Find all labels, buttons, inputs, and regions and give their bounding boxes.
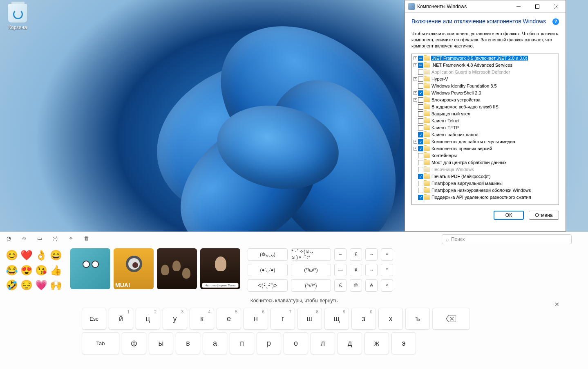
key[interactable]: ш8 [297, 308, 322, 330]
symbol-button[interactable]: – [334, 248, 347, 261]
feature-checkbox[interactable] [418, 70, 423, 75]
feature-checkbox[interactable] [418, 132, 423, 137]
kaomoji-button[interactable]: ᕙ(•̀‸•́‶)ᕗ [248, 279, 288, 292]
gif-minion[interactable]: MUA! [114, 248, 154, 289]
tree-row[interactable]: Платформа низкоуровневой оболочки Window… [413, 187, 558, 194]
symbol-button[interactable]: ² [381, 279, 393, 292]
cancel-button[interactable]: Отмена [529, 211, 559, 220]
tree-row[interactable]: +Компоненты прежних версий [413, 145, 558, 152]
features-tree[interactable]: +.NET Framework 3.5 (включает .NET 2.0 и… [411, 54, 559, 205]
tree-row[interactable]: +Блокировка устройства [413, 97, 558, 104]
key-esc[interactable]: Esc [82, 308, 106, 330]
feature-checkbox[interactable] [418, 56, 423, 61]
kaomoji-tab-icon[interactable]: ;-) [51, 235, 59, 241]
emoji-cell[interactable]: 👌 [34, 248, 48, 262]
feature-checkbox[interactable] [418, 104, 423, 110]
expand-toggle[interactable]: + [414, 63, 417, 67]
key[interactable]: щ9 [324, 308, 349, 330]
emoji-cell[interactable]: ❤️ [20, 248, 34, 262]
expand-toggle[interactable]: + [414, 140, 417, 144]
key[interactable]: ж [364, 332, 389, 354]
key[interactable]: з0 [351, 308, 376, 330]
keyboard-close-button[interactable]: ✕ [554, 301, 559, 308]
tree-row[interactable]: Клиент рабочих папок [413, 131, 558, 138]
feature-checkbox[interactable] [418, 90, 423, 96]
tree-row[interactable]: Защищенный узел [413, 110, 558, 117]
tree-row[interactable]: Windows Identity Foundation 3.5 [413, 83, 558, 90]
key[interactable]: ы [149, 332, 173, 354]
feature-checkbox[interactable] [418, 174, 423, 179]
emoji-cell[interactable]: 😍 [20, 263, 34, 277]
key-tab[interactable]: Tab [82, 332, 119, 354]
symbol-button[interactable]: ¥ [350, 264, 362, 276]
gif-excited[interactable]: На платформе Tenor [200, 248, 240, 289]
expand-toggle[interactable]: + [414, 147, 417, 151]
symbol-button[interactable]: • [381, 248, 393, 261]
feature-checkbox[interactable] [418, 125, 423, 130]
titlebar[interactable]: Компоненты Windows [405, 0, 566, 13]
expand-toggle[interactable]: + [414, 77, 417, 81]
feature-checkbox[interactable] [418, 118, 423, 124]
expand-toggle[interactable]: + [414, 56, 417, 60]
symbol-button[interactable]: € [334, 279, 347, 292]
symbol-button[interactable]: ° [381, 264, 393, 276]
symbol-button[interactable]: © [350, 279, 362, 292]
key[interactable]: п [230, 332, 254, 354]
key[interactable]: а [203, 332, 227, 354]
tree-row[interactable]: +Windows PowerShell 2.0 [413, 90, 558, 97]
key[interactable]: ъ [405, 308, 430, 330]
minimize-button[interactable] [509, 0, 528, 13]
feature-checkbox[interactable] [418, 76, 423, 82]
key[interactable]: е5 [217, 308, 241, 330]
tree-row[interactable]: Песочница Windows [413, 166, 558, 173]
symbol-button[interactable]: — [334, 264, 347, 276]
maximize-button[interactable] [528, 0, 547, 13]
kaomoji-button[interactable]: (*/ω\*) [291, 264, 331, 276]
emoji-cell[interactable]: 😔 [20, 278, 34, 292]
feature-checkbox[interactable] [418, 153, 423, 158]
key[interactable]: ц2 [136, 308, 160, 330]
emoji-search-input[interactable]: Поиск [442, 234, 572, 244]
kaomoji-button[interactable]: (●'◡'●) [248, 264, 288, 276]
help-icon[interactable]: ? [552, 18, 559, 25]
kaomoji-button[interactable]: (❁ᴗ͈ˬᴗ͈) [248, 248, 288, 261]
recent-tab-icon[interactable]: ◔ [5, 235, 12, 241]
tree-row[interactable]: Application Guard в Microsoft Defender [413, 69, 558, 76]
emoji-cell[interactable]: 💗 [34, 278, 48, 292]
tree-row[interactable]: Контейнеры [413, 152, 558, 159]
key[interactable]: н6 [244, 308, 268, 330]
feature-checkbox[interactable] [418, 83, 423, 89]
key[interactable]: д [338, 332, 362, 354]
key[interactable]: л [311, 332, 335, 354]
emoji-cell[interactable]: 😊 [5, 248, 19, 262]
key[interactable]: э [391, 332, 416, 354]
key-backspace[interactable] [432, 308, 470, 330]
close-button[interactable] [547, 0, 566, 13]
recycle-bin-icon[interactable]: Корзина [3, 3, 32, 30]
emoji-tab-icon[interactable]: ☺ [20, 235, 28, 241]
symbol-button[interactable]: → [365, 248, 378, 261]
key[interactable]: й1 [109, 308, 133, 330]
tree-row[interactable]: Поддержка API удаленного разностного сжа… [413, 194, 558, 201]
emoji-cell[interactable]: 🙌 [49, 278, 63, 292]
tree-row[interactable]: Платформа виртуальной машины [413, 180, 558, 187]
emoji-cell[interactable]: 😄 [49, 248, 63, 262]
clipboard-tab-icon[interactable]: 🗑 [83, 235, 90, 241]
key[interactable]: ф [122, 332, 146, 354]
key[interactable]: к4 [190, 308, 214, 330]
expand-toggle[interactable]: + [414, 91, 417, 95]
key[interactable]: о [284, 332, 308, 354]
gif-clippy[interactable] [70, 248, 110, 289]
feature-checkbox[interactable] [418, 181, 423, 186]
tree-row[interactable]: +.NET Framework 3.5 (включает .NET 2.0 и… [413, 55, 558, 62]
feature-checkbox[interactable] [418, 195, 423, 200]
feature-checkbox[interactable] [418, 97, 423, 103]
emoji-cell[interactable]: 🤣 [5, 278, 19, 292]
kaomoji-button[interactable]: *:･ﾟ✧(ꈍᴗꈍ)✧･ﾟ:* [291, 248, 331, 261]
feature-checkbox[interactable] [418, 139, 423, 144]
tree-row[interactable]: +.NET Framework 4.8 Advanced Services [413, 62, 558, 69]
tree-row[interactable]: Клиент TFTP [413, 124, 558, 131]
tree-row[interactable]: +Hyper-V [413, 76, 558, 83]
key[interactable]: р [257, 332, 281, 354]
key[interactable]: в [176, 332, 200, 354]
